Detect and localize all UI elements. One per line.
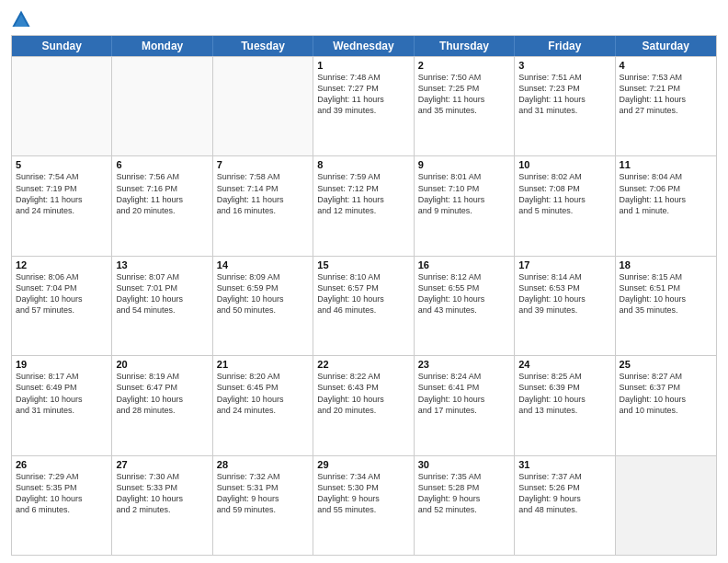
day-number: 15	[317, 259, 409, 270]
day-info: Sunrise: 8:24 AM Sunset: 6:41 PM Dayligh…	[418, 371, 510, 416]
day-number: 8	[317, 159, 409, 170]
day-number: 16	[418, 259, 510, 270]
day-info: Sunrise: 7:30 AM Sunset: 5:33 PM Dayligh…	[116, 471, 208, 516]
day-number: 30	[418, 459, 510, 470]
day-number: 7	[217, 159, 309, 170]
day-number: 20	[116, 359, 208, 370]
day-number: 26	[16, 459, 108, 470]
header-day-sunday: Sunday	[12, 36, 112, 56]
calendar-cell: 15Sunrise: 8:10 AM Sunset: 6:57 PM Dayli…	[313, 257, 414, 355]
calendar-cell: 1Sunrise: 7:48 AM Sunset: 7:27 PM Daylig…	[313, 57, 414, 155]
day-number: 29	[317, 459, 409, 470]
calendar-cell: 26Sunrise: 7:29 AM Sunset: 5:35 PM Dayli…	[12, 456, 112, 555]
calendar-cell: 30Sunrise: 7:35 AM Sunset: 5:28 PM Dayli…	[415, 456, 515, 555]
calendar-cell: 28Sunrise: 7:32 AM Sunset: 5:31 PM Dayli…	[213, 456, 313, 555]
calendar-header: SundayMondayTuesdayWednesdayThursdayFrid…	[12, 36, 716, 56]
day-info: Sunrise: 8:10 AM Sunset: 6:57 PM Dayligh…	[317, 271, 409, 316]
calendar-row-2: 5Sunrise: 7:54 AM Sunset: 7:19 PM Daylig…	[12, 155, 716, 255]
calendar-cell: 27Sunrise: 7:30 AM Sunset: 5:33 PM Dayli…	[112, 456, 212, 555]
day-number: 24	[518, 359, 610, 370]
calendar-cell: 13Sunrise: 8:07 AM Sunset: 7:01 PM Dayli…	[112, 257, 212, 355]
day-number: 27	[116, 459, 208, 470]
day-number: 31	[518, 459, 610, 470]
calendar-cell: 21Sunrise: 8:20 AM Sunset: 6:45 PM Dayli…	[213, 356, 313, 454]
header-day-friday: Friday	[515, 36, 615, 56]
calendar-row-1: 1Sunrise: 7:48 AM Sunset: 7:27 PM Daylig…	[12, 56, 716, 155]
day-number: 25	[620, 359, 712, 370]
day-number: 22	[317, 359, 409, 370]
day-info: Sunrise: 7:51 AM Sunset: 7:23 PM Dayligh…	[518, 72, 610, 117]
calendar-cell: 31Sunrise: 7:37 AM Sunset: 5:26 PM Dayli…	[515, 456, 615, 555]
calendar-cell: 19Sunrise: 8:17 AM Sunset: 6:49 PM Dayli…	[12, 356, 112, 454]
day-info: Sunrise: 8:20 AM Sunset: 6:45 PM Dayligh…	[217, 371, 309, 416]
calendar-cell	[213, 57, 313, 155]
day-number: 10	[518, 159, 610, 170]
calendar-cell: 7Sunrise: 7:58 AM Sunset: 7:14 PM Daylig…	[213, 156, 313, 255]
calendar-cell: 8Sunrise: 7:59 AM Sunset: 7:12 PM Daylig…	[313, 156, 414, 255]
day-info: Sunrise: 8:14 AM Sunset: 6:53 PM Dayligh…	[518, 271, 610, 316]
calendar-cell: 10Sunrise: 8:02 AM Sunset: 7:08 PM Dayli…	[515, 156, 615, 255]
day-info: Sunrise: 8:27 AM Sunset: 6:37 PM Dayligh…	[620, 371, 712, 416]
day-number: 1	[317, 60, 409, 71]
calendar-cell: 25Sunrise: 8:27 AM Sunset: 6:37 PM Dayli…	[616, 356, 716, 454]
calendar-row-3: 12Sunrise: 8:06 AM Sunset: 7:04 PM Dayli…	[12, 256, 716, 355]
day-info: Sunrise: 8:09 AM Sunset: 6:59 PM Dayligh…	[217, 271, 309, 316]
day-number: 12	[16, 259, 108, 270]
calendar-cell	[12, 57, 112, 155]
day-number: 11	[620, 159, 712, 170]
calendar-cell: 2Sunrise: 7:50 AM Sunset: 7:25 PM Daylig…	[415, 57, 515, 155]
day-number: 9	[418, 159, 510, 170]
day-info: Sunrise: 8:12 AM Sunset: 6:55 PM Dayligh…	[418, 271, 510, 316]
day-info: Sunrise: 8:22 AM Sunset: 6:43 PM Dayligh…	[317, 371, 409, 416]
calendar-cell: 5Sunrise: 7:54 AM Sunset: 7:19 PM Daylig…	[12, 156, 112, 255]
header-day-wednesday: Wednesday	[313, 36, 414, 56]
calendar-cell: 17Sunrise: 8:14 AM Sunset: 6:53 PM Dayli…	[515, 257, 615, 355]
day-info: Sunrise: 7:32 AM Sunset: 5:31 PM Dayligh…	[217, 471, 309, 516]
header-day-monday: Monday	[112, 36, 212, 56]
day-info: Sunrise: 7:58 AM Sunset: 7:14 PM Dayligh…	[217, 171, 309, 216]
day-number: 13	[116, 259, 208, 270]
day-number: 21	[217, 359, 309, 370]
day-info: Sunrise: 7:56 AM Sunset: 7:16 PM Dayligh…	[116, 171, 208, 216]
day-info: Sunrise: 7:48 AM Sunset: 7:27 PM Dayligh…	[317, 72, 409, 117]
calendar-cell: 9Sunrise: 8:01 AM Sunset: 7:10 PM Daylig…	[415, 156, 515, 255]
header	[11, 9, 717, 29]
day-info: Sunrise: 7:29 AM Sunset: 5:35 PM Dayligh…	[16, 471, 108, 516]
calendar-row-4: 19Sunrise: 8:17 AM Sunset: 6:49 PM Dayli…	[12, 355, 716, 454]
day-number: 2	[418, 60, 510, 71]
calendar-body: 1Sunrise: 7:48 AM Sunset: 7:27 PM Daylig…	[12, 56, 716, 555]
header-day-tuesday: Tuesday	[213, 36, 313, 56]
calendar-cell	[112, 57, 212, 155]
day-info: Sunrise: 7:54 AM Sunset: 7:19 PM Dayligh…	[16, 171, 108, 216]
header-day-saturday: Saturday	[616, 36, 716, 56]
day-info: Sunrise: 7:53 AM Sunset: 7:21 PM Dayligh…	[620, 72, 712, 117]
calendar-cell	[616, 456, 716, 555]
day-number: 14	[217, 259, 309, 270]
day-info: Sunrise: 7:50 AM Sunset: 7:25 PM Dayligh…	[418, 72, 510, 117]
day-info: Sunrise: 7:35 AM Sunset: 5:28 PM Dayligh…	[418, 471, 510, 516]
header-day-thursday: Thursday	[415, 36, 515, 56]
calendar-cell: 24Sunrise: 8:25 AM Sunset: 6:39 PM Dayli…	[515, 356, 615, 454]
day-info: Sunrise: 8:17 AM Sunset: 6:49 PM Dayligh…	[16, 371, 108, 416]
day-info: Sunrise: 7:37 AM Sunset: 5:26 PM Dayligh…	[518, 471, 610, 516]
day-number: 23	[418, 359, 510, 370]
day-number: 17	[518, 259, 610, 270]
day-info: Sunrise: 8:06 AM Sunset: 7:04 PM Dayligh…	[16, 271, 108, 316]
page-container: SundayMondayTuesdayWednesdayThursdayFrid…	[0, 0, 728, 563]
calendar-cell: 22Sunrise: 8:22 AM Sunset: 6:43 PM Dayli…	[313, 356, 414, 454]
calendar-cell: 18Sunrise: 8:15 AM Sunset: 6:51 PM Dayli…	[616, 257, 716, 355]
day-number: 28	[217, 459, 309, 470]
calendar-cell: 4Sunrise: 7:53 AM Sunset: 7:21 PM Daylig…	[616, 57, 716, 155]
calendar-cell: 14Sunrise: 8:09 AM Sunset: 6:59 PM Dayli…	[213, 257, 313, 355]
day-info: Sunrise: 7:59 AM Sunset: 7:12 PM Dayligh…	[317, 171, 409, 216]
day-info: Sunrise: 8:01 AM Sunset: 7:10 PM Dayligh…	[418, 171, 510, 216]
logo-icon	[11, 9, 31, 29]
calendar-cell: 12Sunrise: 8:06 AM Sunset: 7:04 PM Dayli…	[12, 257, 112, 355]
calendar-cell: 3Sunrise: 7:51 AM Sunset: 7:23 PM Daylig…	[515, 57, 615, 155]
calendar-cell: 6Sunrise: 7:56 AM Sunset: 7:16 PM Daylig…	[112, 156, 212, 255]
calendar: SundayMondayTuesdayWednesdayThursdayFrid…	[11, 35, 717, 556]
calendar-cell: 20Sunrise: 8:19 AM Sunset: 6:47 PM Dayli…	[112, 356, 212, 454]
calendar-row-5: 26Sunrise: 7:29 AM Sunset: 5:35 PM Dayli…	[12, 455, 716, 555]
day-info: Sunrise: 8:25 AM Sunset: 6:39 PM Dayligh…	[518, 371, 610, 416]
calendar-cell: 11Sunrise: 8:04 AM Sunset: 7:06 PM Dayli…	[616, 156, 716, 255]
